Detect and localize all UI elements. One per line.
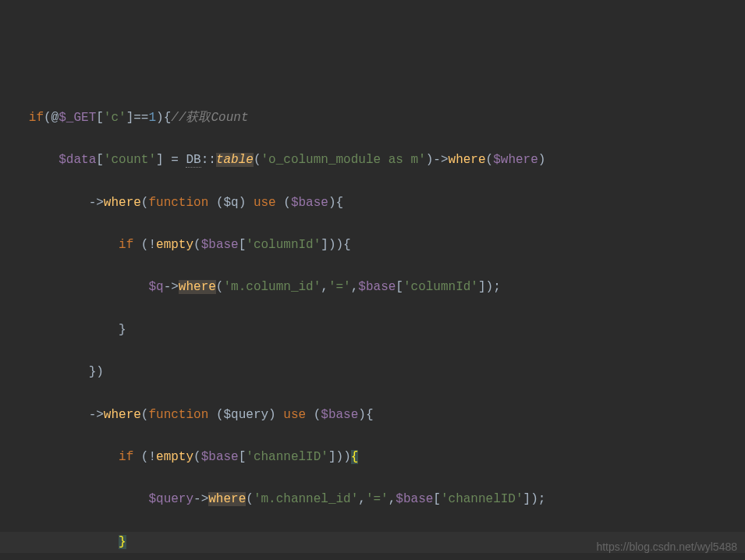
comment: //获取Count: [171, 111, 248, 125]
method-where: where: [449, 153, 486, 167]
func-empty: empty: [156, 450, 193, 464]
keyword-if: if: [29, 111, 44, 125]
code-line[interactable]: }): [0, 362, 745, 383]
var-data: $data: [59, 153, 96, 167]
keyword-use: use: [254, 196, 283, 210]
class-db: DB: [186, 153, 200, 168]
keyword-function: function: [148, 408, 215, 422]
code-line[interactable]: $q->where('m.column_id','=',$base['colum…: [0, 277, 745, 298]
code-editor[interactable]: if(@$_GET['c']==1){//获取Count $data['coun…: [0, 85, 745, 560]
method-where: where: [104, 196, 141, 210]
code-line[interactable]: $data['count'] = DB::table('o_column_mod…: [0, 150, 745, 171]
code-line[interactable]: if (!empty($base['channelID'])){: [0, 447, 745, 468]
code-line[interactable]: ->where(function ($query) use ($base){: [0, 405, 745, 426]
code-line[interactable]: ->where(function ($q) use ($base){: [0, 193, 745, 214]
var-get: $_GET: [59, 111, 96, 125]
method-where: where: [179, 280, 216, 294]
method-table: table: [216, 153, 254, 167]
code-line[interactable]: $query->where('m.channel_id','=',$base['…: [0, 489, 745, 510]
keyword-function: function: [148, 196, 215, 210]
code-line[interactable]: if (!empty($base['columnId'])){: [0, 235, 745, 256]
method-where: where: [208, 492, 246, 506]
brace-match: }: [119, 535, 126, 549]
code-line[interactable]: if(@$_GET['c']==1){//获取Count: [0, 108, 745, 129]
code-line[interactable]: }: [0, 320, 745, 341]
keyword-if: if: [119, 450, 141, 464]
func-empty: empty: [156, 238, 193, 252]
watermark: https://blog.csdn.net/wyl5488: [596, 538, 737, 557]
method-where: where: [104, 408, 141, 422]
keyword-use: use: [283, 408, 313, 422]
brace-match: {: [351, 450, 359, 464]
keyword-if: if: [119, 238, 141, 252]
